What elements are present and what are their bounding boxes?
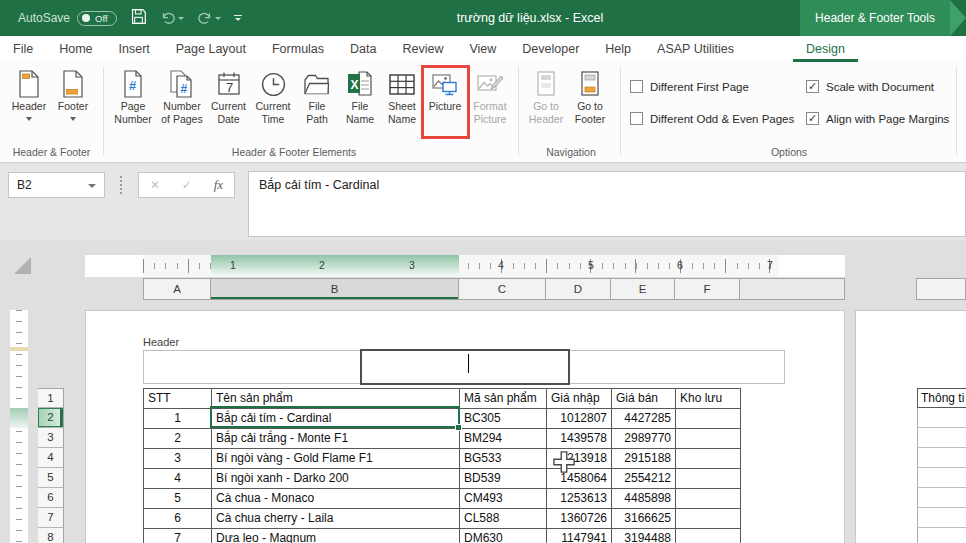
tab-page-layout[interactable]: Page Layout bbox=[163, 36, 259, 62]
cell[interactable]: BG533 bbox=[460, 449, 547, 469]
go-to-footer-button[interactable]: Go to Footer bbox=[568, 66, 612, 142]
cell[interactable]: 3166625 bbox=[612, 509, 676, 529]
checkbox-scale-with-document[interactable]: ✓ Scale with Document bbox=[806, 80, 934, 93]
checkbox-icon[interactable] bbox=[630, 80, 643, 93]
page2-row[interactable] bbox=[917, 488, 966, 508]
cell[interactable]: 3 bbox=[144, 449, 212, 469]
table-header-cell[interactable]: Mã sản phẩm bbox=[460, 389, 547, 409]
tab-developer[interactable]: Developer bbox=[509, 36, 592, 62]
tab-review[interactable]: Review bbox=[389, 36, 456, 62]
save-icon[interactable] bbox=[130, 8, 147, 29]
page2-table-header-cell[interactable]: Thông ti bbox=[917, 388, 966, 408]
file-name-button[interactable]: X File Name bbox=[339, 66, 381, 142]
tab-view[interactable]: View bbox=[456, 36, 509, 62]
table-header-cell[interactable]: Tên sản phẩm bbox=[212, 389, 460, 409]
header-center-section[interactable] bbox=[360, 349, 570, 385]
row-header-4[interactable]: 4 bbox=[38, 448, 64, 468]
row-header-1[interactable]: 1 bbox=[38, 388, 64, 408]
tab-asap-utilities[interactable]: ASAP Utilities bbox=[644, 36, 747, 62]
enter-icon[interactable]: ✓ bbox=[182, 178, 192, 192]
file-path-button[interactable]: File Path bbox=[295, 66, 339, 142]
table-header-cell[interactable]: Kho lưu bbox=[676, 389, 741, 409]
table-header-cell[interactable]: Giá bán bbox=[612, 389, 676, 409]
insert-function-icon[interactable]: fx bbox=[214, 177, 223, 193]
customize-qat-button[interactable] bbox=[234, 15, 242, 21]
go-to-header-button[interactable]: Go to Header bbox=[524, 66, 568, 142]
tab-data[interactable]: Data bbox=[337, 36, 389, 62]
cell[interactable]: 5 bbox=[144, 489, 212, 509]
column-header-e[interactable]: E bbox=[611, 278, 675, 300]
cell[interactable]: BM294 bbox=[460, 429, 547, 449]
formula-bar-input[interactable]: Bắp cải tím - Cardinal bbox=[248, 171, 966, 237]
tab-help[interactable]: Help bbox=[592, 36, 644, 62]
cell[interactable] bbox=[676, 529, 741, 543]
checkbox-icon[interactable]: ✓ bbox=[806, 112, 819, 125]
autosave-toggle[interactable]: Off bbox=[77, 11, 117, 26]
page2-row[interactable] bbox=[917, 468, 966, 488]
name-box-caret-icon[interactable] bbox=[88, 184, 96, 188]
cell[interactable]: 4 bbox=[144, 469, 212, 489]
row-header-8[interactable]: 8 bbox=[38, 528, 64, 543]
page2-row[interactable] bbox=[917, 448, 966, 468]
tab-formulas[interactable]: Formulas bbox=[259, 36, 337, 62]
page-number-button[interactable]: # Page Number bbox=[108, 66, 158, 142]
cell[interactable]: Dưa leo - Magnum bbox=[212, 529, 460, 543]
cell[interactable]: CM493 bbox=[460, 489, 547, 509]
tab-design[interactable]: Design bbox=[793, 36, 858, 62]
cell-selected[interactable]: Bắp cải tím - Cardinal bbox=[212, 409, 460, 429]
page2-row[interactable] bbox=[917, 508, 966, 528]
cell[interactable]: Cà chua cherry - Laila bbox=[212, 509, 460, 529]
checkbox-icon[interactable] bbox=[630, 112, 643, 125]
checkbox-icon[interactable]: ✓ bbox=[806, 80, 819, 93]
row-header-5[interactable]: 5 bbox=[38, 468, 64, 488]
table-header-cell[interactable]: Giá nhập bbox=[547, 389, 612, 409]
row-header-2[interactable]: 2 bbox=[38, 408, 64, 428]
cell[interactable]: CL588 bbox=[460, 509, 547, 529]
cell[interactable]: 1 bbox=[144, 409, 212, 429]
cell[interactable]: 4427285 bbox=[612, 409, 676, 429]
page2-row[interactable] bbox=[917, 408, 966, 428]
cancel-icon[interactable]: ✕ bbox=[150, 178, 160, 192]
cell[interactable] bbox=[676, 449, 741, 469]
checkbox-align-with-margins[interactable]: ✓ Align with Page Margins bbox=[806, 112, 949, 125]
footer-button[interactable]: Footer bbox=[52, 66, 94, 142]
row-header-6[interactable]: 6 bbox=[38, 488, 64, 508]
select-all-button[interactable] bbox=[14, 257, 31, 274]
cell[interactable]: 1439578 bbox=[547, 429, 612, 449]
undo-button[interactable] bbox=[160, 11, 184, 26]
page2-row[interactable] bbox=[917, 428, 966, 448]
column-header-c[interactable]: C bbox=[459, 278, 546, 300]
cell[interactable]: Bắp cải trắng - Monte F1 bbox=[212, 429, 460, 449]
cell[interactable]: 2 bbox=[144, 429, 212, 449]
cell[interactable]: 4485898 bbox=[612, 489, 676, 509]
tab-home[interactable]: Home bbox=[46, 36, 105, 62]
current-time-button[interactable]: Current Time bbox=[251, 66, 295, 142]
row-header-3[interactable]: 3 bbox=[38, 428, 64, 448]
cell[interactable]: Cà chua - Monaco bbox=[212, 489, 460, 509]
current-date-button[interactable]: 7 Current Date bbox=[206, 66, 251, 142]
cell[interactable] bbox=[676, 489, 741, 509]
cell[interactable]: Bí ngòi xanh - Darko 200 bbox=[212, 469, 460, 489]
name-box[interactable]: B2 bbox=[8, 172, 105, 198]
picture-button[interactable]: Picture bbox=[423, 66, 467, 142]
cell[interactable]: 3194488 bbox=[612, 529, 676, 543]
cell[interactable]: 1012807 bbox=[547, 409, 612, 429]
format-picture-button[interactable]: Format Picture bbox=[467, 66, 513, 142]
cell[interactable]: Bí ngòi vàng - Gold Flame F1 bbox=[212, 449, 460, 469]
cell[interactable]: 2554212 bbox=[612, 469, 676, 489]
page2-row[interactable] bbox=[917, 528, 966, 543]
number-of-pages-button[interactable]: # Number of Pages bbox=[158, 66, 206, 142]
tab-file[interactable]: File bbox=[0, 36, 46, 62]
cell[interactable]: 7 bbox=[144, 529, 212, 543]
cell[interactable] bbox=[676, 429, 741, 449]
tab-insert[interactable]: Insert bbox=[106, 36, 163, 62]
cell[interactable]: 2915188 bbox=[612, 449, 676, 469]
cell[interactable]: 1360726 bbox=[547, 509, 612, 529]
header-button[interactable]: Header bbox=[8, 66, 50, 142]
column-header-d[interactable]: D bbox=[546, 278, 611, 300]
redo-button[interactable] bbox=[197, 11, 221, 26]
column-header-f[interactable]: F bbox=[675, 278, 740, 300]
cell[interactable]: 1147941 bbox=[547, 529, 612, 543]
cell[interactable] bbox=[676, 509, 741, 529]
column-header-a[interactable]: A bbox=[143, 278, 211, 300]
